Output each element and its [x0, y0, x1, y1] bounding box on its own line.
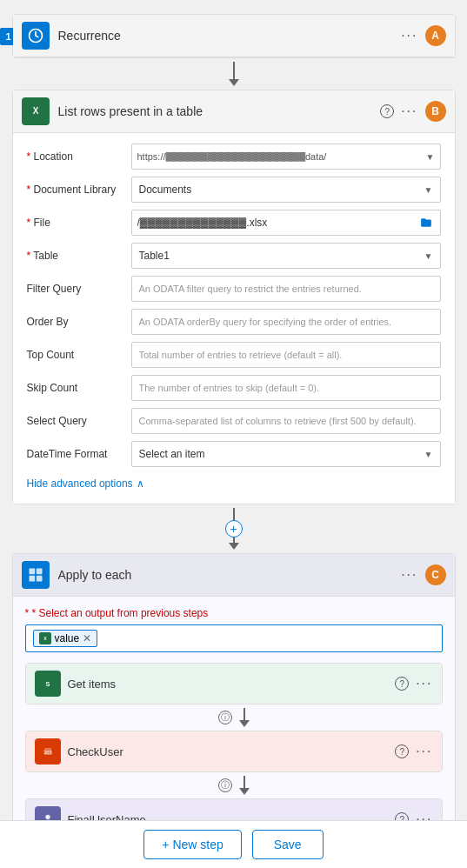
recurrence-menu[interactable]: ···: [401, 28, 417, 43]
recurrence-icon: [22, 22, 50, 50]
info-icon-2: ⓘ: [218, 778, 232, 792]
inner-connector-2: ⓘ: [25, 776, 443, 795]
location-chevron: ▼: [426, 152, 435, 162]
get-items-help[interactable]: ?: [395, 677, 409, 691]
location-row: Location https://▓▓▓▓▓▓▓▓▓▓▓▓▓▓▓▓▓▓▓▓dat…: [27, 144, 441, 170]
top-count-label: Top Count: [27, 349, 131, 361]
get-items-title: Get items: [68, 678, 396, 691]
check-user-title: CheckUser: [68, 745, 396, 758]
token-input[interactable]: X value ✕: [25, 624, 443, 652]
excel-icon: X: [22, 97, 50, 125]
check-user-step: 365 CheckUser ? ···: [25, 731, 443, 772]
select-query-input[interactable]: Comma-separated list of columns to retri…: [131, 408, 441, 434]
advanced-toggle[interactable]: Hide advanced options ∧: [27, 474, 441, 493]
filter-query-input[interactable]: An ODATA filter query to restrict the en…: [131, 276, 441, 302]
save-button[interactable]: Save: [252, 830, 324, 859]
get-items-icon: S: [35, 671, 61, 697]
filter-query-row: Filter Query An ODATA filter query to re…: [27, 276, 441, 302]
order-by-input[interactable]: An ODATA orderBy query for specifying th…: [131, 309, 441, 335]
svg-text:X: X: [43, 636, 47, 641]
location-label: Location: [27, 150, 131, 163]
badge-b: B: [425, 101, 446, 122]
advanced-chevron-icon: ∧: [137, 477, 144, 490]
badge-c: C: [425, 564, 446, 585]
doc-library-select[interactable]: Documents ▼: [131, 177, 441, 203]
token-excel-icon: X: [39, 632, 51, 644]
skip-count-input[interactable]: The number of entries to skip (default =…: [131, 375, 441, 401]
svg-text:X: X: [32, 106, 38, 116]
list-rows-title: List rows present in a table: [58, 104, 381, 118]
table-label: Table: [27, 250, 131, 262]
get-items-step: S Get items ? ···: [25, 663, 443, 704]
datetime-format-select[interactable]: Select an item ▼: [131, 441, 441, 467]
connector-1: [229, 62, 239, 86]
get-items-header: S Get items ? ···: [26, 664, 442, 704]
apply-each-icon: [22, 561, 50, 589]
recurrence-title: Recurrence: [58, 29, 402, 43]
file-value: /▓▓▓▓▓▓▓▓▓▓▓▓▓▓.xlsx: [137, 217, 417, 229]
doc-library-row: Document Library Documents ▼: [27, 177, 441, 203]
doc-library-chevron: ▼: [424, 185, 433, 195]
inner-connector-1: ⓘ: [25, 708, 443, 727]
badge-a: A: [425, 25, 446, 46]
bottom-bar: + New step Save: [0, 820, 467, 868]
file-label: File: [27, 217, 131, 229]
value-token: X value ✕: [33, 630, 98, 647]
file-row: File /▓▓▓▓▓▓▓▓▓▓▓▓▓▓.xlsx: [27, 210, 441, 236]
order-by-row: Order By An ODATA orderBy query for spec…: [27, 309, 441, 335]
select-query-row: Select Query Comma-separated list of col…: [27, 408, 441, 434]
table-row: Table Table1 ▼: [27, 243, 441, 269]
list-rows-menu[interactable]: ···: [401, 103, 417, 119]
svg-rect-3: [29, 569, 35, 575]
apply-each-actions: ··· C: [401, 564, 445, 585]
list-rows-help[interactable]: ?: [380, 104, 394, 118]
svg-rect-6: [36, 576, 42, 582]
apply-each-header: Apply to each ··· C: [13, 554, 455, 597]
filter-query-label: Filter Query: [27, 283, 131, 295]
table-select[interactable]: Table1 ▼: [131, 243, 441, 269]
recurrence-step: Recurrence ··· A: [12, 14, 456, 58]
list-rows-header: X List rows present in a table ? ··· B: [13, 90, 455, 133]
top-count-input[interactable]: Total number of entries to retrieve (def…: [131, 342, 441, 368]
token-close-btn[interactable]: ✕: [83, 632, 91, 644]
svg-rect-4: [36, 569, 42, 575]
svg-text:365: 365: [43, 750, 52, 755]
apply-each-title: Apply to each: [58, 568, 402, 582]
list-rows-step: X List rows present in a table ? ··· B L…: [12, 90, 456, 504]
get-items-actions: ? ···: [395, 676, 432, 691]
doc-library-label: Document Library: [27, 184, 131, 196]
new-step-button[interactable]: + New step: [143, 830, 241, 859]
location-value: https://▓▓▓▓▓▓▓▓▓▓▓▓▓▓▓▓▓▓▓▓data/: [137, 151, 426, 162]
check-user-icon: 365: [35, 738, 61, 765]
skip-count-label: Skip Count: [27, 382, 131, 394]
svg-rect-5: [29, 576, 35, 582]
file-browse-button[interactable]: [417, 214, 435, 231]
get-items-menu[interactable]: ···: [416, 676, 432, 691]
apply-each-menu[interactable]: ···: [401, 567, 417, 583]
recurrence-actions: ··· A: [401, 25, 445, 46]
table-chevron: ▼: [424, 251, 433, 261]
check-user-header: 365 CheckUser ? ···: [26, 731, 442, 771]
add-step-btn[interactable]: +: [225, 520, 243, 537]
svg-point-11: [45, 815, 50, 819]
connector-plus: +: [225, 508, 243, 550]
file-input[interactable]: /▓▓▓▓▓▓▓▓▓▓▓▓▓▓.xlsx: [131, 210, 441, 236]
list-rows-actions: ? ··· B: [380, 101, 445, 122]
output-select-label: * * Select an output from previous steps: [25, 607, 443, 619]
datetime-format-row: DateTime Format Select an item ▼: [27, 441, 441, 467]
datetime-format-label: DateTime Format: [27, 448, 131, 460]
check-user-help[interactable]: ?: [395, 744, 409, 758]
check-user-actions: ? ···: [395, 744, 432, 759]
location-input[interactable]: https://▓▓▓▓▓▓▓▓▓▓▓▓▓▓▓▓▓▓▓▓data/ ▼: [131, 144, 441, 170]
datetime-chevron: ▼: [424, 450, 433, 459]
skip-count-row: Skip Count The number of entries to skip…: [27, 375, 441, 401]
recurrence-header: Recurrence ··· A: [13, 15, 455, 57]
order-by-label: Order By: [27, 316, 131, 328]
top-count-row: Top Count Total number of entries to ret…: [27, 342, 441, 368]
info-icon-1: ⓘ: [218, 711, 232, 724]
select-query-label: Select Query: [27, 415, 131, 427]
check-user-menu[interactable]: ···: [416, 744, 432, 759]
list-rows-content: Location https://▓▓▓▓▓▓▓▓▓▓▓▓▓▓▓▓▓▓▓▓dat…: [13, 133, 455, 504]
svg-text:S: S: [45, 680, 50, 688]
